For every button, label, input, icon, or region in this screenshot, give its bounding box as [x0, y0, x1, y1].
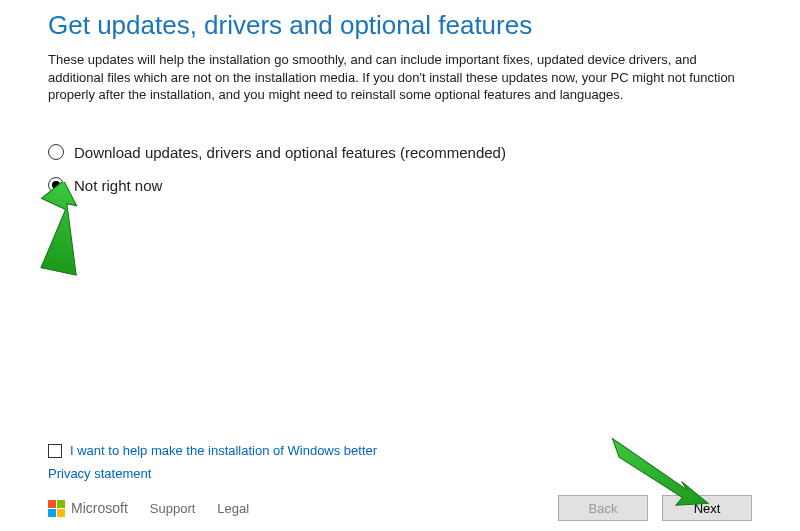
- radio-not-right-now[interactable]: Not right now: [48, 177, 752, 194]
- support-link[interactable]: Support: [150, 501, 196, 516]
- microsoft-logo-icon: [48, 500, 65, 517]
- page-title: Get updates, drivers and optional featur…: [48, 10, 752, 41]
- radio-download-label: Download updates, drivers and optional f…: [74, 144, 506, 161]
- help-checkbox-row[interactable]: I want to help make the installation of …: [48, 443, 752, 458]
- back-button: Back: [558, 495, 648, 521]
- footer: Microsoft Support Legal Back Next: [48, 495, 752, 521]
- radio-not-now-label: Not right now: [74, 177, 162, 194]
- legal-link[interactable]: Legal: [217, 501, 249, 516]
- microsoft-brand-text: Microsoft: [71, 500, 128, 516]
- footer-buttons: Back Next: [558, 495, 752, 521]
- privacy-statement-link[interactable]: Privacy statement: [48, 466, 151, 481]
- microsoft-logo: Microsoft: [48, 500, 128, 517]
- radio-circle-selected-icon: [48, 177, 64, 193]
- radio-circle-icon: [48, 144, 64, 160]
- next-button[interactable]: Next: [662, 495, 752, 521]
- page-description: These updates will help the installation…: [48, 51, 748, 104]
- radio-download-updates[interactable]: Download updates, drivers and optional f…: [48, 144, 752, 161]
- footer-left: Microsoft Support Legal: [48, 500, 249, 517]
- options-group: Download updates, drivers and optional f…: [48, 144, 752, 194]
- checkbox-icon: [48, 444, 62, 458]
- help-checkbox-label: I want to help make the installation of …: [70, 443, 377, 458]
